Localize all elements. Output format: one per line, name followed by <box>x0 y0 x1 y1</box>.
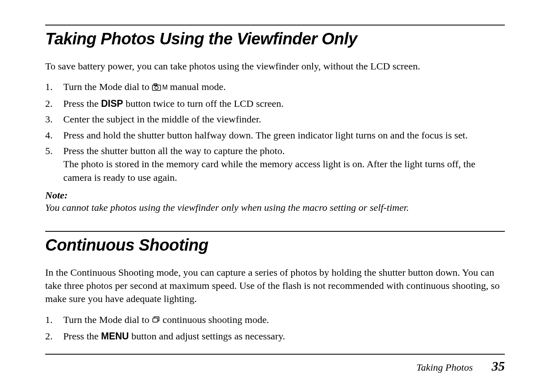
step-text: Turn the Mode dial to M manual mode. <box>63 80 505 94</box>
step-item: 1. Turn the Mode dial to continuous shoo… <box>45 313 505 327</box>
step-item: 1. Turn the Mode dial to M manual mode. <box>45 80 505 94</box>
step-number: 4. <box>45 129 63 142</box>
step-text: Press the MENU button and adjust setting… <box>63 330 505 343</box>
camera-m-icon: M <box>152 81 168 94</box>
section2: Continuous Shooting In the Continuous Sh… <box>45 231 505 343</box>
text-fragment: Turn the Mode dial to <box>63 314 152 325</box>
section1-intro: To save battery power, you can take phot… <box>45 60 505 73</box>
text-fragment: The photo is stored in the memory card w… <box>63 157 505 184</box>
step-text: Press the DISP button twice to turn off … <box>63 97 505 110</box>
text-fragment: button twice to turn off the LCD screen. <box>123 98 284 109</box>
step-item: 4. Press and hold the shutter button hal… <box>45 129 505 142</box>
step-text: Center the subject in the middle of the … <box>63 113 505 126</box>
step-number: 3. <box>45 113 63 126</box>
footer-rule <box>45 354 505 355</box>
text-fragment: Press the <box>63 98 101 109</box>
menu-button-label: MENU <box>101 331 129 341</box>
continuous-shooting-icon <box>152 314 160 327</box>
step-item: 5. Press the shutter button all the way … <box>45 144 505 184</box>
page-footer: Taking Photos 35 <box>45 354 505 374</box>
disp-button-label: DISP <box>101 98 123 109</box>
svg-text:M: M <box>162 84 168 91</box>
step-number: 1. <box>45 313 63 327</box>
footer-row: Taking Photos 35 <box>45 359 505 374</box>
step-text: Press the shutter button all the way to … <box>63 144 505 184</box>
section2-intro: In the Continuous Shooting mode, you can… <box>45 266 505 306</box>
document-page: Taking Photos Using the Viewfinder Only … <box>0 0 550 392</box>
note-label: Note: <box>45 190 505 201</box>
step-number: 1. <box>45 80 63 94</box>
footer-page-number: 35 <box>492 359 505 374</box>
step-text: Turn the Mode dial to continuous shootin… <box>63 313 505 327</box>
section-title-viewfinder: Taking Photos Using the Viewfinder Only <box>45 30 505 48</box>
text-fragment: Press the shutter button all the way to … <box>63 144 505 157</box>
step-number: 2. <box>45 330 63 343</box>
step-number: 2. <box>45 97 63 110</box>
note-text: You cannot take photos using the viewfin… <box>45 201 505 214</box>
svg-rect-4 <box>153 318 158 322</box>
text-fragment: button and adjust settings as necessary. <box>129 331 285 341</box>
step-number: 5. <box>45 144 63 184</box>
footer-section-name: Taking Photos <box>417 362 473 373</box>
section2-steps: 1. Turn the Mode dial to continuous shoo… <box>45 313 505 343</box>
text-fragment: Press the <box>63 331 101 341</box>
step-item: 3. Center the subject in the middle of t… <box>45 113 505 126</box>
section-rule <box>45 231 505 232</box>
step-item: 2. Press the DISP button twice to turn o… <box>45 97 505 110</box>
svg-rect-1 <box>154 84 157 85</box>
text-fragment: manual mode. <box>168 81 226 92</box>
step-text: Press and hold the shutter button halfwa… <box>63 129 505 142</box>
section-rule <box>45 25 505 25</box>
section-title-continuous: Continuous Shooting <box>45 236 505 254</box>
svg-point-2 <box>155 86 158 90</box>
step-item: 2. Press the MENU button and adjust sett… <box>45 330 505 343</box>
text-fragment: Turn the Mode dial to <box>63 81 152 92</box>
text-fragment: continuous shooting mode. <box>160 314 269 325</box>
section1-steps: 1. Turn the Mode dial to M manual mode. … <box>45 80 505 184</box>
